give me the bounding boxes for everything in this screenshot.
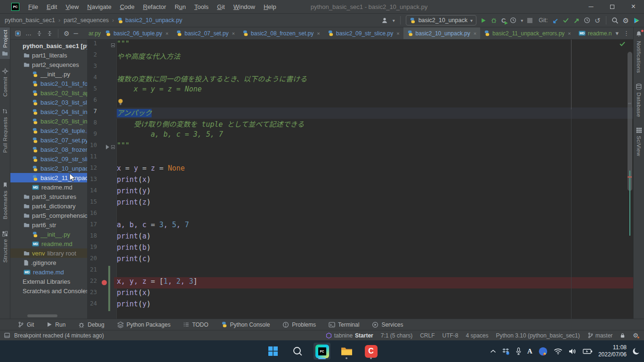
breadcrumb-item[interactable]: basic2_10_unpack.py (117, 17, 182, 24)
expand-all-icon[interactable] (36, 30, 42, 37)
line-number[interactable]: 22 (87, 277, 99, 288)
tool-window-button-database[interactable]: Database (634, 81, 644, 119)
tree-item-basic2_02_list_append-[interactable]: basic2_02_list_append. (10, 88, 87, 98)
code-line-17[interactable]: 17a, b, c = 3, 5, 7 (87, 221, 633, 232)
taskbar-explorer-icon[interactable] (338, 343, 355, 360)
ime-indicator[interactable]: A (527, 347, 532, 355)
breadcrumb-item[interactable]: python_basic_sec1 (5, 17, 55, 24)
project-hscrollbar[interactable] (27, 314, 57, 317)
code-line-11[interactable]: 11 (87, 153, 633, 164)
tool-window-button-sciview[interactable]: SciView (634, 125, 644, 159)
line-number[interactable]: 11 (87, 153, 99, 164)
tab-close-icon[interactable]: × (396, 31, 399, 36)
code-line-18[interactable]: 18print(a) (87, 232, 633, 243)
tray-app-icon[interactable] (538, 346, 548, 356)
wifi-icon[interactable] (554, 348, 563, 355)
line-number[interactable]: 20 (87, 255, 99, 266)
tray-overflow-icon[interactable] (490, 349, 496, 354)
code-line-19[interactable]: 19print(b) (87, 243, 633, 255)
minimize-button[interactable]: ─ (580, 0, 602, 13)
tab-close-icon[interactable]: × (232, 31, 234, 36)
code-line-16[interactable]: 16 (87, 209, 633, 221)
tree-item-basic2_04_list_in_list-py[interactable]: basic2_04_list_in_list.py (10, 107, 87, 116)
debug-button[interactable] (491, 17, 497, 24)
tab-basic2_07_set-py[interactable]: basic2_07_set.py× (172, 27, 239, 39)
line-number[interactable]: 13 (87, 175, 99, 187)
line-number[interactable]: 12 (87, 164, 99, 175)
tree-item-part3_structures[interactable]: part3_structures (10, 192, 87, 201)
menu-tools[interactable]: Tools (190, 3, 213, 10)
line-number[interactable]: 15 (87, 198, 99, 209)
run-button[interactable] (481, 17, 486, 24)
settings-gear-icon[interactable]: ⚙ (623, 17, 629, 24)
menu-file[interactable]: File (24, 3, 42, 10)
menu-git[interactable]: Git (213, 3, 229, 10)
lock-icon[interactable] (620, 332, 625, 338)
tab-readme-n[interactable]: MDreadme.n (575, 27, 616, 39)
profiler-dropdown-arrow[interactable]: ▾ (521, 18, 523, 23)
maximize-button[interactable] (602, 0, 623, 13)
code-line-8[interactable]: 8 受け取り側の変数を tuple として並べて記述できる (87, 119, 633, 130)
tab-basic2_10_unpack-py[interactable]: basic2_10_unpack.py× (403, 27, 481, 39)
tool-window-button-pull-requests[interactable]: Pull Requests (0, 106, 10, 155)
code-editor[interactable]: 1"""2やや高度な代入方法34複数の変数に同一の値を投入するとき、以下のように… (87, 40, 633, 319)
code-line-13[interactable]: 13print(x) (87, 175, 633, 187)
line-number[interactable]: 5 (87, 85, 99, 96)
tool-window-button-structure[interactable]: Structure (0, 228, 10, 265)
git-update-icon[interactable]: ↙ (553, 17, 559, 24)
tool-window-button-commit[interactable]: Commit (0, 66, 10, 99)
tool-window-button-notifications[interactable]: Notifications (634, 28, 644, 75)
code-line-20[interactable]: 20print(c) (87, 255, 633, 266)
line-number[interactable]: 18 (87, 232, 99, 243)
line-number[interactable]: 24 (87, 300, 99, 311)
code-with-me-icon[interactable] (633, 17, 640, 24)
git-commit-icon[interactable] (563, 17, 569, 23)
run-config-select[interactable]: basic2_10_unpack ▾ (406, 15, 476, 25)
microphone-icon[interactable] (515, 347, 522, 355)
tab-close-icon[interactable]: × (317, 31, 320, 36)
tab-ar-py[interactable]: ar.py× (87, 27, 101, 39)
tree-item-basic2_03_list_slice-py[interactable]: basic2_03_list_slice.py (10, 98, 87, 107)
tree-item-basic2_06_tuple-py[interactable]: basic2_06_tuple.py (10, 126, 87, 135)
taskbar-camtasia-icon[interactable]: C (362, 343, 379, 360)
tool-bar-item-python-console[interactable]: Python Console (221, 321, 270, 328)
tree-item-readme-md[interactable]: MDreadme.md (10, 182, 87, 192)
menu-help[interactable]: Help (259, 3, 281, 10)
select-opened-file-icon[interactable] (15, 30, 21, 37)
menu-navigate[interactable]: Navigate (83, 3, 115, 10)
tree-item-basic2_10_unpack-py[interactable]: basic2_10_unpack.py (10, 164, 87, 173)
battery-icon[interactable] (583, 348, 593, 354)
line-number[interactable]: 19 (87, 243, 99, 255)
tab-close-icon[interactable]: × (166, 31, 169, 36)
history-icon[interactable] (584, 17, 590, 24)
menu-edit[interactable]: Edit (42, 3, 61, 10)
tool-bar-item-services[interactable]: Services (372, 321, 403, 328)
breakpoint-icon[interactable] (102, 280, 107, 285)
tab-options-kebab-icon[interactable]: ⋮ (623, 30, 629, 37)
line-number[interactable]: 10 (87, 141, 99, 153)
line-number[interactable]: 21 (87, 266, 99, 277)
tool-bar-item-todo[interactable]: TODO (183, 321, 208, 328)
code-line-7[interactable]: 7アンパック (87, 107, 633, 119)
line-number[interactable]: 6 (87, 96, 99, 107)
code-line-2[interactable]: 2やや高度な代入方法 (87, 51, 633, 62)
line-number[interactable]: 1 (87, 40, 99, 51)
tool-bar-item-git[interactable]: Git (18, 321, 34, 328)
status-segment[interactable]: CRLF (420, 332, 435, 339)
status-segment[interactable]: Python 3.10 (python_basic_sec1) (496, 332, 580, 339)
tab-close-icon[interactable]: × (568, 31, 571, 36)
volume-icon[interactable] (568, 348, 577, 355)
collapse-all-icon[interactable] (47, 30, 53, 37)
status-segment[interactable]: 7:1 (5 chars) (381, 332, 412, 339)
menu-run[interactable]: Run (170, 3, 190, 10)
search-everywhere-icon[interactable] (612, 17, 619, 24)
tab-basic2_11_unpack_errors-py[interactable]: basic2_11_unpack_errors.py× (480, 27, 575, 39)
tool-bar-item-problems[interactable]: Problems (282, 321, 316, 328)
tool-window-button-bookmarks[interactable]: Bookmarks (0, 180, 10, 222)
dropbox-icon[interactable] (502, 348, 510, 355)
tree-item-readme-md[interactable]: MDreadme.md (10, 267, 87, 277)
tree-item-__init__-py[interactable]: __init__.py (10, 69, 87, 79)
code-line-12[interactable]: 12x = y = z = None (87, 164, 633, 175)
line-number[interactable]: 4 (87, 74, 99, 85)
tab-basic2_06_tuple-py[interactable]: basic2_06_tuple.py× (101, 27, 172, 39)
